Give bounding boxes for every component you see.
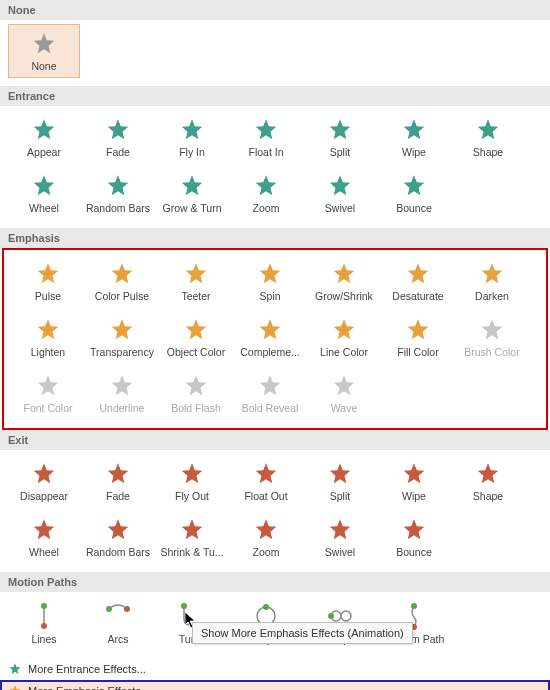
- anim-exit-4[interactable]: Split: [304, 454, 376, 508]
- star-icon: [182, 372, 210, 400]
- anim-entrance-0[interactable]: Appear: [8, 110, 80, 164]
- anim-exit-8[interactable]: Random Bars: [82, 510, 154, 564]
- anim-label: Darken: [475, 290, 509, 302]
- star-icon: [252, 172, 280, 200]
- anim-exit-12[interactable]: Bounce: [378, 510, 450, 564]
- anim-label: Wave: [331, 402, 357, 414]
- anim-label: Shape: [473, 146, 503, 158]
- anim-emphasis-14[interactable]: Font Color: [12, 366, 84, 420]
- anim-emphasis-9[interactable]: Object Color: [160, 310, 232, 364]
- anim-exit-11[interactable]: Swivel: [304, 510, 376, 564]
- star-icon: [256, 316, 284, 344]
- svg-marker-11: [256, 175, 277, 195]
- star-icon: [478, 260, 506, 288]
- anim-motion-0[interactable]: Lines: [8, 596, 80, 650]
- section-title: Emphasis: [8, 232, 60, 244]
- star-icon: [252, 460, 280, 488]
- anim-emphasis-4[interactable]: Grow/Shrink: [308, 254, 380, 308]
- star-icon: [326, 116, 354, 144]
- anim-entrance-7[interactable]: Wheel: [8, 166, 80, 220]
- anim-exit-6[interactable]: Shape: [452, 454, 524, 508]
- anim-label: Bold Flash: [171, 402, 221, 414]
- anim-entrance-8[interactable]: Random Bars: [82, 166, 154, 220]
- anim-emphasis-1[interactable]: Color Pulse: [86, 254, 158, 308]
- anim-entrance-12[interactable]: Bounce: [378, 166, 450, 220]
- anim-label: Teeter: [181, 290, 210, 302]
- anim-exit-7[interactable]: Wheel: [8, 510, 80, 564]
- star-icon: [108, 372, 136, 400]
- anim-emphasis-8[interactable]: Transparency: [86, 310, 158, 364]
- anim-label: Shrink & Tu...: [160, 546, 223, 558]
- section-header-entrance: Entrance: [0, 86, 550, 106]
- anim-emphasis-5[interactable]: Desaturate: [382, 254, 454, 308]
- anim-label: Fly In: [179, 146, 205, 158]
- anim-emphasis-16[interactable]: Bold Flash: [160, 366, 232, 420]
- svg-marker-42: [182, 519, 203, 539]
- anim-entrance-1[interactable]: Fade: [82, 110, 154, 164]
- svg-marker-24: [260, 319, 281, 339]
- anim-exit-3[interactable]: Float Out: [230, 454, 302, 508]
- svg-marker-58: [9, 663, 20, 674]
- anim-entrance-10[interactable]: Zoom: [230, 166, 302, 220]
- svg-point-54: [263, 604, 269, 610]
- svg-marker-37: [330, 463, 351, 483]
- anim-emphasis-15[interactable]: Underline: [86, 366, 158, 420]
- star-icon: [182, 316, 210, 344]
- svg-marker-30: [186, 375, 207, 395]
- anim-exit-1[interactable]: Fade: [82, 454, 154, 508]
- svg-point-56: [411, 603, 417, 609]
- anim-entrance-5[interactable]: Wipe: [378, 110, 450, 164]
- anim-label: None: [31, 60, 56, 72]
- anim-entrance-3[interactable]: Float In: [230, 110, 302, 164]
- svg-marker-23: [186, 319, 207, 339]
- star-icon: [108, 316, 136, 344]
- anim-exit-5[interactable]: Wipe: [378, 454, 450, 508]
- anim-emphasis-17[interactable]: Bold Reveal: [234, 366, 306, 420]
- anim-motion-1[interactable]: Arcs: [82, 596, 154, 650]
- star-icon: [8, 684, 22, 690]
- anim-entrance-11[interactable]: Swivel: [304, 166, 376, 220]
- anim-entrance-4[interactable]: Split: [304, 110, 376, 164]
- anim-entrance-6[interactable]: Shape: [452, 110, 524, 164]
- anim-emphasis-18[interactable]: Wave: [308, 366, 380, 420]
- anim-exit-2[interactable]: Fly Out: [156, 454, 228, 508]
- anim-exit-10[interactable]: Zoom: [230, 510, 302, 564]
- more-entrance[interactable]: More Entrance Effects...: [0, 658, 550, 680]
- anim-label: Random Bars: [86, 546, 150, 558]
- anim-label: Wheel: [29, 546, 59, 558]
- anim-emphasis-0[interactable]: Pulse: [12, 254, 84, 308]
- section-header-exit: Exit: [0, 430, 550, 450]
- anim-entrance-9[interactable]: Grow & Turn: [156, 166, 228, 220]
- anim-label: Zoom: [253, 546, 280, 558]
- star-icon: [400, 172, 428, 200]
- anim-emphasis-7[interactable]: Lighten: [12, 310, 84, 364]
- svg-marker-17: [260, 263, 281, 283]
- svg-marker-20: [482, 263, 503, 283]
- anim-emphasis-11[interactable]: Line Color: [308, 310, 380, 364]
- svg-marker-29: [112, 375, 133, 395]
- svg-marker-22: [112, 319, 133, 339]
- more-label: More Emphasis Effects...: [28, 685, 150, 690]
- star-icon: [104, 516, 132, 544]
- anim-emphasis-2[interactable]: Teeter: [160, 254, 232, 308]
- anim-none-0[interactable]: None: [8, 24, 80, 78]
- anim-label: Spin: [259, 290, 280, 302]
- star-icon: [252, 516, 280, 544]
- svg-marker-35: [182, 463, 203, 483]
- anim-emphasis-12[interactable]: Fill Color: [382, 310, 454, 364]
- star-icon: [474, 116, 502, 144]
- anim-exit-0[interactable]: Disappear: [8, 454, 80, 508]
- anim-emphasis-3[interactable]: Spin: [234, 254, 306, 308]
- star-icon: [256, 372, 284, 400]
- anim-emphasis-13[interactable]: Brush Color: [456, 310, 528, 364]
- more-emphasis[interactable]: More Emphasis Effects...: [0, 680, 550, 690]
- star-icon: [30, 30, 58, 58]
- anim-exit-9[interactable]: Shrink & Tu...: [156, 510, 228, 564]
- svg-point-50: [124, 606, 130, 612]
- anim-label: Shape: [473, 490, 503, 502]
- anim-label: Object Color: [167, 346, 225, 358]
- anim-entrance-2[interactable]: Fly In: [156, 110, 228, 164]
- anim-emphasis-6[interactable]: Darken: [456, 254, 528, 308]
- anim-label: Line Color: [320, 346, 368, 358]
- anim-emphasis-10[interactable]: Compleme...: [234, 310, 306, 364]
